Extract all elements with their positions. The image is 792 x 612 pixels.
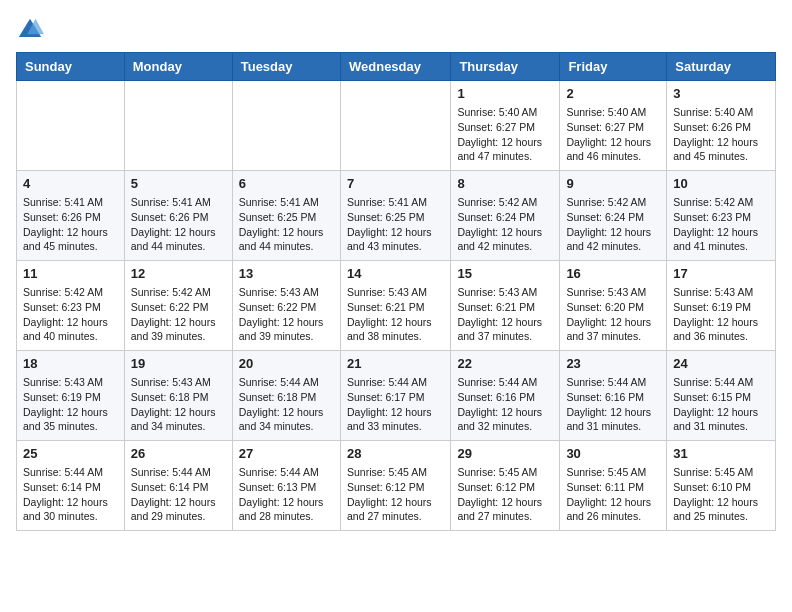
week-row-1: 1Sunrise: 5:40 AMSunset: 6:27 PMDaylight…	[17, 81, 776, 171]
day-info: Daylight: 12 hours	[23, 495, 118, 510]
page-header	[16, 16, 776, 44]
day-info: and 40 minutes.	[23, 329, 118, 344]
day-info: and 31 minutes.	[673, 419, 769, 434]
day-header-saturday: Saturday	[667, 53, 776, 81]
day-info: Sunrise: 5:43 AM	[347, 285, 444, 300]
day-number: 19	[131, 355, 226, 373]
week-row-3: 11Sunrise: 5:42 AMSunset: 6:23 PMDayligh…	[17, 261, 776, 351]
day-info: Daylight: 12 hours	[566, 135, 660, 150]
day-info: and 45 minutes.	[673, 149, 769, 164]
day-info: Daylight: 12 hours	[239, 225, 334, 240]
calendar-cell	[340, 81, 450, 171]
day-header-wednesday: Wednesday	[340, 53, 450, 81]
day-info: and 37 minutes.	[457, 329, 553, 344]
week-row-2: 4Sunrise: 5:41 AMSunset: 6:26 PMDaylight…	[17, 171, 776, 261]
day-number: 31	[673, 445, 769, 463]
day-info: Sunrise: 5:44 AM	[347, 375, 444, 390]
day-info: and 39 minutes.	[131, 329, 226, 344]
day-number: 1	[457, 85, 553, 103]
day-info: Daylight: 12 hours	[673, 225, 769, 240]
day-info: and 35 minutes.	[23, 419, 118, 434]
day-info: Daylight: 12 hours	[457, 405, 553, 420]
calendar-cell: 18Sunrise: 5:43 AMSunset: 6:19 PMDayligh…	[17, 351, 125, 441]
day-info: and 32 minutes.	[457, 419, 553, 434]
day-header-friday: Friday	[560, 53, 667, 81]
day-info: Daylight: 12 hours	[131, 495, 226, 510]
day-info: Daylight: 12 hours	[566, 315, 660, 330]
calendar-cell: 29Sunrise: 5:45 AMSunset: 6:12 PMDayligh…	[451, 441, 560, 531]
day-info: Sunset: 6:14 PM	[23, 480, 118, 495]
day-number: 29	[457, 445, 553, 463]
day-info: Sunset: 6:14 PM	[131, 480, 226, 495]
day-info: Sunset: 6:11 PM	[566, 480, 660, 495]
day-number: 26	[131, 445, 226, 463]
day-number: 11	[23, 265, 118, 283]
day-info: Sunrise: 5:44 AM	[131, 465, 226, 480]
day-info: and 47 minutes.	[457, 149, 553, 164]
calendar-cell: 9Sunrise: 5:42 AMSunset: 6:24 PMDaylight…	[560, 171, 667, 261]
day-info: Sunrise: 5:43 AM	[673, 285, 769, 300]
calendar-cell: 7Sunrise: 5:41 AMSunset: 6:25 PMDaylight…	[340, 171, 450, 261]
day-info: Sunset: 6:16 PM	[566, 390, 660, 405]
day-info: Sunrise: 5:41 AM	[23, 195, 118, 210]
day-info: and 44 minutes.	[239, 239, 334, 254]
day-info: and 38 minutes.	[347, 329, 444, 344]
day-info: Sunrise: 5:44 AM	[566, 375, 660, 390]
calendar-cell: 26Sunrise: 5:44 AMSunset: 6:14 PMDayligh…	[124, 441, 232, 531]
day-number: 30	[566, 445, 660, 463]
day-info: Daylight: 12 hours	[239, 315, 334, 330]
day-info: Daylight: 12 hours	[457, 135, 553, 150]
day-number: 28	[347, 445, 444, 463]
day-info: Sunrise: 5:41 AM	[239, 195, 334, 210]
day-info: Sunrise: 5:42 AM	[131, 285, 226, 300]
calendar-cell: 23Sunrise: 5:44 AMSunset: 6:16 PMDayligh…	[560, 351, 667, 441]
day-info: and 27 minutes.	[347, 509, 444, 524]
day-info: Sunrise: 5:43 AM	[566, 285, 660, 300]
day-info: Sunset: 6:19 PM	[23, 390, 118, 405]
calendar-table: SundayMondayTuesdayWednesdayThursdayFrid…	[16, 52, 776, 531]
day-info: Daylight: 12 hours	[673, 495, 769, 510]
day-info: Sunrise: 5:44 AM	[673, 375, 769, 390]
day-info: Daylight: 12 hours	[566, 495, 660, 510]
calendar-cell	[232, 81, 340, 171]
day-info: Sunrise: 5:40 AM	[673, 105, 769, 120]
day-header-tuesday: Tuesday	[232, 53, 340, 81]
day-info: and 37 minutes.	[566, 329, 660, 344]
day-info: Sunrise: 5:44 AM	[457, 375, 553, 390]
calendar-cell: 14Sunrise: 5:43 AMSunset: 6:21 PMDayligh…	[340, 261, 450, 351]
day-info: Sunset: 6:22 PM	[239, 300, 334, 315]
week-row-4: 18Sunrise: 5:43 AMSunset: 6:19 PMDayligh…	[17, 351, 776, 441]
day-info: Sunset: 6:24 PM	[457, 210, 553, 225]
day-number: 25	[23, 445, 118, 463]
day-info: Daylight: 12 hours	[457, 225, 553, 240]
calendar-cell: 28Sunrise: 5:45 AMSunset: 6:12 PMDayligh…	[340, 441, 450, 531]
day-info: Sunrise: 5:40 AM	[566, 105, 660, 120]
calendar-cell: 16Sunrise: 5:43 AMSunset: 6:20 PMDayligh…	[560, 261, 667, 351]
day-number: 5	[131, 175, 226, 193]
day-info: and 46 minutes.	[566, 149, 660, 164]
day-info: and 31 minutes.	[566, 419, 660, 434]
calendar-cell: 19Sunrise: 5:43 AMSunset: 6:18 PMDayligh…	[124, 351, 232, 441]
day-info: and 42 minutes.	[457, 239, 553, 254]
day-info: Sunrise: 5:45 AM	[673, 465, 769, 480]
day-info: and 28 minutes.	[239, 509, 334, 524]
day-info: Sunrise: 5:43 AM	[457, 285, 553, 300]
calendar-cell: 2Sunrise: 5:40 AMSunset: 6:27 PMDaylight…	[560, 81, 667, 171]
day-info: Sunset: 6:27 PM	[566, 120, 660, 135]
day-number: 17	[673, 265, 769, 283]
day-info: Daylight: 12 hours	[347, 225, 444, 240]
day-info: Daylight: 12 hours	[673, 315, 769, 330]
day-info: Sunset: 6:23 PM	[23, 300, 118, 315]
logo-icon	[16, 16, 44, 44]
day-info: Sunset: 6:19 PM	[673, 300, 769, 315]
day-info: Sunrise: 5:42 AM	[23, 285, 118, 300]
day-info: Sunset: 6:15 PM	[673, 390, 769, 405]
day-number: 20	[239, 355, 334, 373]
day-info: and 33 minutes.	[347, 419, 444, 434]
day-info: Sunset: 6:17 PM	[347, 390, 444, 405]
calendar-cell: 4Sunrise: 5:41 AMSunset: 6:26 PMDaylight…	[17, 171, 125, 261]
day-info: Daylight: 12 hours	[673, 405, 769, 420]
day-info: and 25 minutes.	[673, 509, 769, 524]
day-number: 21	[347, 355, 444, 373]
day-info: Sunrise: 5:42 AM	[457, 195, 553, 210]
